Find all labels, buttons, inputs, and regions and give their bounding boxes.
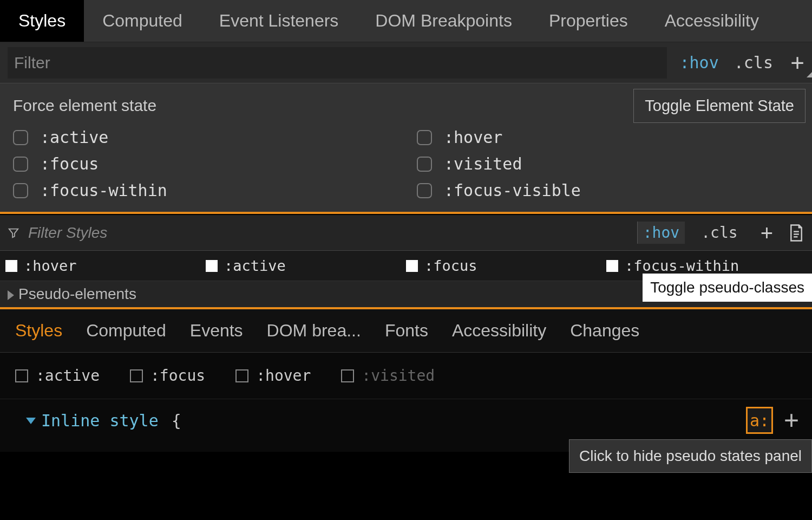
label-active: :active <box>36 367 100 385</box>
disclosure-triangle-icon[interactable] <box>8 290 14 300</box>
toggle-cls-button[interactable]: .cls <box>693 224 745 242</box>
label-active: :active <box>224 257 286 274</box>
tab-changes[interactable]: Changes <box>570 321 639 341</box>
tab-fonts[interactable]: Fonts <box>385 321 428 341</box>
state-focus: :focus <box>406 257 606 274</box>
force-visited-row: :visited <box>417 154 799 173</box>
new-style-rule-button[interactable]: + <box>754 222 780 244</box>
rules-toolbar: a: + <box>746 407 799 434</box>
chrome-styles-panel-alt: :hov .cls + :hover :active :focus :focus… <box>0 214 812 309</box>
label-focus: :focus <box>150 367 205 385</box>
panel1-tabstrip: Styles Computed Event Listeners DOM Brea… <box>0 0 812 42</box>
tooltip-toggle-pseudo-classes: Toggle pseudo-classes <box>643 274 812 302</box>
tooltip-toggle-element-state: Toggle Element State <box>633 89 806 123</box>
panel3-tabstrip: Styles Computed Events DOM brea... Fonts… <box>0 309 812 353</box>
toggle-hov-button[interactable]: :hov <box>675 53 724 72</box>
force-focus-visible-row: :focus-visible <box>417 181 799 200</box>
tooltip-hide-pseudo-states: Click to hide pseudo states panel <box>569 439 812 473</box>
state-hover: :hover <box>5 257 206 274</box>
toggle-hov-button[interactable]: :hov <box>637 222 685 244</box>
state-active: :active <box>206 257 406 274</box>
dropdown-corner-icon <box>807 72 812 77</box>
checkbox-focus-visible[interactable] <box>417 183 432 198</box>
disclosure-triangle-icon[interactable] <box>26 418 36 424</box>
label-focus: :focus <box>424 257 477 274</box>
panel1-filter-bar: :hov .cls + <box>0 42 812 83</box>
checkbox-focus[interactable] <box>406 260 418 272</box>
tab-dom-breakpoints[interactable]: DOM brea... <box>267 321 361 341</box>
checkbox-hover[interactable] <box>235 369 248 382</box>
checkbox-visited[interactable] <box>417 157 432 172</box>
force-focus-within-row: :focus-within <box>13 181 395 200</box>
label-hover: :hover <box>24 257 77 274</box>
tab-event-listeners[interactable]: Event Listeners <box>201 0 357 42</box>
state-hover: :hover <box>235 367 311 385</box>
label-active: :active <box>40 128 108 147</box>
panel2-filter-bar: :hov .cls + <box>0 215 812 251</box>
file-icon[interactable] <box>788 224 804 242</box>
force-active-row: :active <box>13 128 395 147</box>
filter-input[interactable] <box>8 47 667 79</box>
label-focus: :focus <box>40 154 99 173</box>
funnel-icon <box>8 227 19 239</box>
checkbox-focus-within[interactable] <box>606 260 618 272</box>
rule-brace: { <box>172 411 181 430</box>
tab-dom-breakpoints[interactable]: DOM Breakpoints <box>357 0 531 42</box>
safari-styles-panel: Styles Computed Events DOM brea... Fonts… <box>0 309 812 452</box>
rule-selector: Inline style <box>41 411 159 430</box>
checkbox-focus[interactable] <box>130 369 143 382</box>
tab-accessibility[interactable]: Accessibility <box>646 0 777 42</box>
label-hover: :hover <box>256 367 311 385</box>
checkbox-hover[interactable] <box>5 260 17 272</box>
checkbox-active[interactable] <box>15 369 28 382</box>
chrome-styles-panel: Styles Computed Event Listeners DOM Brea… <box>0 0 812 214</box>
tab-styles[interactable]: Styles <box>0 0 84 42</box>
tab-accessibility[interactable]: Accessibility <box>452 321 546 341</box>
checkbox-focus[interactable] <box>13 157 28 172</box>
checkbox-active[interactable] <box>206 260 218 272</box>
tab-properties[interactable]: Properties <box>531 0 646 42</box>
toggle-pseudo-states-button[interactable]: a: <box>746 407 773 434</box>
label-focus-within: :focus-within <box>625 257 739 274</box>
state-visited: :visited <box>341 367 435 385</box>
plus-icon: + <box>790 51 804 75</box>
state-focus: :focus <box>130 367 205 385</box>
force-element-state-section: Force element state :active :hover :focu… <box>0 83 812 214</box>
label-focus-visible: :focus-visible <box>444 181 581 200</box>
checkbox-visited[interactable] <box>341 369 354 382</box>
label-focus-within: :focus-within <box>40 181 167 200</box>
label-visited: :visited <box>362 367 435 385</box>
add-rule-button[interactable]: + <box>784 407 799 433</box>
tab-computed[interactable]: Computed <box>84 0 201 42</box>
pseudo-elements-label: Pseudo-elements <box>18 285 136 303</box>
new-style-rule-button[interactable]: + <box>783 48 812 77</box>
tab-computed[interactable]: Computed <box>86 321 166 341</box>
tab-events[interactable]: Events <box>190 321 243 341</box>
label-hover: :hover <box>444 128 502 147</box>
toggle-cls-button[interactable]: .cls <box>724 53 783 72</box>
checkbox-hover[interactable] <box>417 130 432 145</box>
panel2-pseudo-state-bar: :hover :active :focus :focus-within Togg… <box>0 251 812 281</box>
checkbox-focus-within[interactable] <box>13 183 28 198</box>
tab-styles[interactable]: Styles <box>15 321 62 341</box>
force-hover-row: :hover <box>417 128 799 147</box>
rules-area: Inline style { a: + Click to hide pseudo… <box>0 399 812 452</box>
inline-style-rule[interactable]: Inline style { <box>26 411 797 430</box>
panel3-pseudo-state-bar: :active :focus :hover :visited <box>0 353 812 399</box>
state-active: :active <box>15 367 100 385</box>
state-focus-within: :focus-within <box>606 257 807 274</box>
checkbox-active[interactable] <box>13 130 28 145</box>
label-visited: :visited <box>444 154 522 173</box>
force-focus-row: :focus <box>13 154 395 173</box>
filter-styles-input[interactable] <box>28 224 628 242</box>
